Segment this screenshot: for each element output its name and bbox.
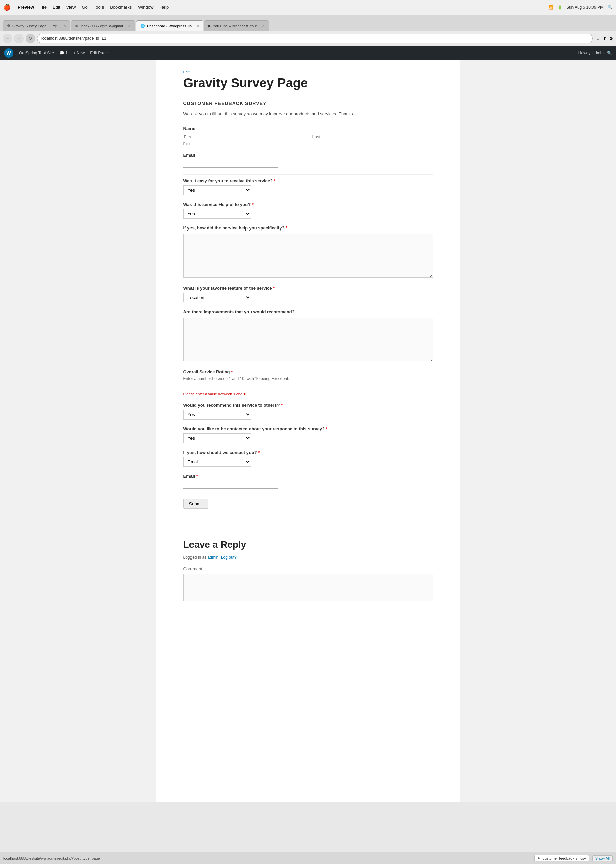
q9-field: If yes, how should we contact you? * Ema… [184,450,433,467]
menu-tools[interactable]: Tools [94,5,104,10]
first-name-subfield: First [184,133,305,146]
q5-field: Are there improvements that you would re… [184,309,433,363]
tab-2-close[interactable]: ✕ [128,24,131,28]
tab-2-label: Inbox (11) - cgrelia@gmai... [80,24,126,28]
wp-howdy[interactable]: Howdy, admin [578,50,603,55]
status-url: localhost:8888/testsite/wp-admin/edit.ph… [3,856,100,860]
email-input[interactable] [184,160,278,168]
first-name-input[interactable] [184,133,305,141]
search-icon[interactable]: 🔍 [608,5,613,10]
menu-items: File Edit View Go Tools Bookmarks Window… [39,5,168,10]
q8-field: Would you like to be contacted about you… [184,426,433,443]
q2-select[interactable]: Yes No [184,209,251,219]
macos-menubar: 🍎 Preview File Edit View Go Tools Bookma… [0,0,616,15]
tab-2-favicon: ✉ [75,24,78,28]
menu-go[interactable]: Go [82,5,87,10]
share-icon[interactable]: ⬆ [603,36,607,41]
q2-field: Was this service Helpful to you? * Yes N… [184,202,433,219]
tab-1-close[interactable]: ✕ [63,24,66,28]
q2-required: * [252,202,253,207]
tab-1[interactable]: ⚙ Gravity Survey Page | OrgS... ✕ [3,20,70,31]
extensions-icon[interactable]: ⚙ [609,36,613,41]
q1-label: Was it easy for you to receive this serv… [184,178,433,183]
q6-input[interactable] [184,383,244,391]
tab-2[interactable]: ✉ Inbox (11) - cgrelia@gmai... ✕ [71,20,135,31]
q10-email-input[interactable] [184,481,278,489]
name-label: Name [184,126,433,131]
q4-required: * [273,285,275,290]
wp-logo[interactable]: W [4,48,14,58]
logout-link[interactable]: Log out? [221,555,237,560]
q3-label: If yes, how did the service help you spe… [184,225,433,230]
q4-select[interactable]: Location Staff Hours Products [184,293,251,303]
address-bar[interactable]: localhost:8888/testsite/?page_id=11 [37,34,593,43]
menu-edit[interactable]: Edit [53,5,60,10]
q1-select[interactable]: Yes No [184,185,251,195]
last-name-subfield: Last [311,133,433,146]
q3-textarea[interactable] [184,234,433,278]
tab-3-close[interactable]: ✕ [196,24,199,28]
q9-required: * [258,450,259,455]
q6-label: Overall Service Rating * [184,369,433,374]
edit-page-link[interactable]: Edit [184,70,433,74]
q1-required: * [274,178,276,183]
q7-select[interactable]: Yes No [184,410,251,419]
q10-field: Email * [184,473,433,489]
browser-chrome: ⚙ Gravity Survey Page | OrgS... ✕ ✉ Inbo… [0,15,616,46]
forward-button[interactable]: → [14,34,24,43]
menu-view[interactable]: View [66,5,76,10]
tab-1-favicon: ⚙ [7,24,11,28]
wp-site-name[interactable]: OrgSpring Test Site [19,50,54,55]
menu-file[interactable]: File [39,5,47,10]
last-name-input[interactable] [311,133,433,141]
leave-reply-title: Leave a Reply [184,539,433,550]
wifi-icon: 📶 [548,5,553,10]
wp-search-icon[interactable]: 🔍 [607,50,612,55]
q8-required: * [326,426,328,431]
wp-edit-page-button[interactable]: Edit Page [90,50,108,55]
menu-bookmarks[interactable]: Bookmarks [110,5,132,10]
leave-reply-section: Leave a Reply Logged in as admin. Log ou… [184,529,433,602]
show-all-button[interactable]: Show All [592,855,613,861]
download-item[interactable]: ⬇ customer-feedback-s...csv [534,855,589,861]
app-name[interactable]: Preview [17,5,34,10]
menubar-right: 📶 🔋 Sun Aug 5 10:09 PM 🔍 [548,5,613,10]
q2-label: Was this service Helpful to you? * [184,202,433,207]
tab-4-close[interactable]: ✕ [262,24,265,28]
page-title: Gravity Survey Page [184,76,433,90]
submit-area: Submit [184,495,433,509]
survey-description: We ask you to fill out this survey so we… [184,111,433,118]
bookmark-icon[interactable]: ☆ [596,36,600,41]
email-label: Email [184,153,433,158]
apple-menu[interactable]: 🍎 [3,4,11,11]
address-url: localhost:8888/testsite/?page_id=11 [41,36,106,41]
name-field: Name First Last [184,126,433,146]
tab-3[interactable]: 🌐 Dashboard ‹ Wordpress Th... ✕ [136,20,203,31]
tab-4[interactable]: ▶ YouTube – Broadcast Your... ✕ [204,20,269,31]
submit-button[interactable]: Submit [184,499,208,509]
q5-textarea[interactable] [184,318,433,361]
comment-input[interactable] [184,574,433,601]
reload-button[interactable]: ↻ [26,34,35,43]
q4-field: What is your favorite feature of the ser… [184,285,433,303]
content-area: Edit Gravity Survey Page CUSTOMER FEEDBA… [156,60,460,802]
q9-select[interactable]: Email Phone Mail [184,457,251,467]
email-field: Email [184,153,433,168]
q8-select[interactable]: Yes No [184,434,251,443]
name-subfields: First Last [184,133,433,146]
q8-label: Would you like to be contacted about you… [184,426,433,431]
datetime: Sun Aug 5 10:09 PM [566,5,603,10]
battery-icon: 🔋 [557,5,563,10]
wp-admin-bar: W OrgSpring Test Site 💬 1 + New Edit Pag… [0,46,616,60]
wp-new-button[interactable]: + New [73,50,85,55]
admin-link[interactable]: admin [208,555,219,560]
wp-comments-icon[interactable]: 💬 1 [59,50,68,55]
tabs-bar: ⚙ Gravity Survey Page | OrgS... ✕ ✉ Inbo… [0,15,616,31]
menu-window[interactable]: Window [138,5,153,10]
menu-help[interactable]: Help [159,5,168,10]
q4-label: What is your favorite feature of the ser… [184,285,433,290]
back-button[interactable]: ← [3,34,12,43]
q7-label: Would you recommend this service to othe… [184,403,433,408]
page-wrapper: Edit Gravity Survey Page CUSTOMER FEEDBA… [0,60,616,802]
q7-required: * [281,403,283,408]
